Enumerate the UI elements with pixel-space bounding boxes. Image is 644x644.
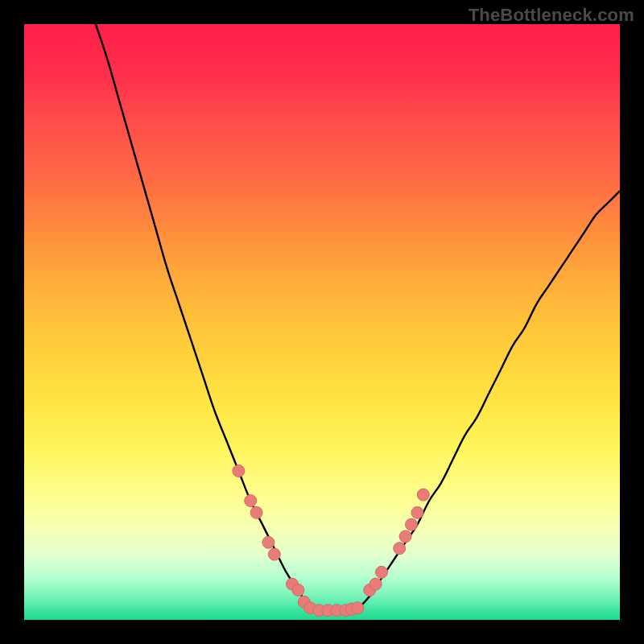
plot-area: [24, 24, 620, 620]
data-point: [417, 489, 429, 501]
data-point: [352, 602, 364, 614]
data-point: [292, 584, 304, 597]
data-point: [268, 548, 280, 560]
chart-frame: TheBottleneck.com: [0, 0, 644, 644]
data-point: [262, 536, 275, 548]
data-point: [245, 495, 257, 507]
data-point: [394, 543, 406, 555]
scatter-dots: [233, 465, 429, 617]
data-point: [411, 506, 423, 518]
bottleneck-curve: [96, 24, 620, 611]
data-point: [233, 465, 245, 477]
chart-svg: [24, 24, 620, 620]
data-point: [369, 578, 382, 590]
data-point: [250, 506, 262, 518]
data-point: [406, 518, 418, 530]
watermark-text: TheBottleneck.com: [469, 5, 634, 26]
data-point: [376, 566, 388, 578]
data-point: [399, 530, 411, 543]
